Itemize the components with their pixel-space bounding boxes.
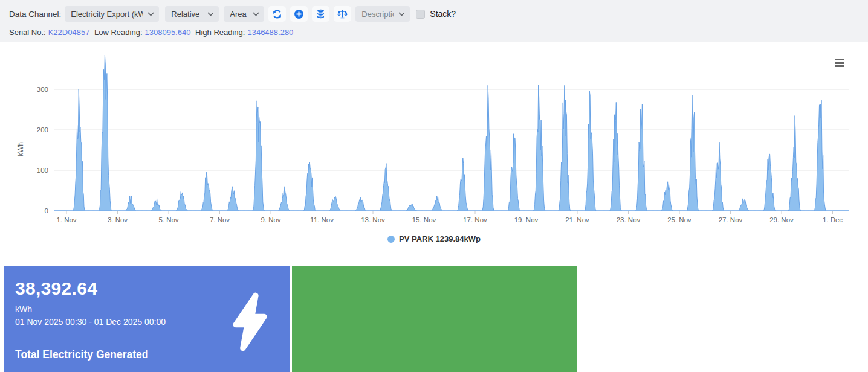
y-axis-title: kWh (16, 142, 25, 156)
hamburger-menu-icon (835, 59, 844, 67)
database-icon (316, 9, 325, 19)
refresh-icon (272, 9, 282, 19)
secondary-kpi-card (292, 266, 577, 372)
x-axis-tick-label: 27. Nov (719, 216, 743, 223)
legend-marker-icon (387, 236, 395, 243)
stack-checkbox[interactable] (416, 10, 425, 19)
x-axis-tick-label: 23. Nov (617, 216, 641, 223)
x-axis-tick-label: 19. Nov (514, 216, 539, 223)
x-axis-tick-label: 15. Nov (412, 216, 436, 223)
low-reading-value[interactable]: 1308095.640 (145, 28, 191, 37)
toolbar: Data Channel: Electricity Export (kWh) R… (0, 0, 868, 42)
database-button[interactable] (312, 6, 329, 22)
add-button[interactable] (290, 6, 308, 22)
high-reading-value[interactable]: 1346488.280 (247, 28, 293, 37)
chart-type-selected-value: Area (230, 10, 246, 19)
chart-type-select[interactable]: Area (224, 6, 264, 22)
x-axis-tick-label: 3. Nov (108, 216, 128, 223)
chevron-down-icon (253, 12, 259, 16)
scale-icon (337, 9, 348, 19)
chevron-down-icon (207, 12, 214, 16)
high-reading-label: High Reading: (195, 28, 245, 37)
meter-meta-row: Serial No.:K22D04857 Low Reading:1308095… (9, 28, 296, 37)
lightning-bolt-icon (225, 292, 273, 354)
legend-item-pv-park[interactable]: PV PARK 1239.84kWp (0, 234, 868, 243)
data-channel-label: Data Channel: (9, 10, 61, 19)
stack-checkbox-label: Stack? (430, 9, 456, 19)
serial-value-link[interactable]: K22D04857 (48, 28, 90, 37)
x-axis-tick-label: 9. Nov (261, 216, 280, 223)
x-axis-tick-label: 1. Dec (823, 216, 843, 223)
serial-label: Serial No.: (9, 28, 46, 37)
x-axis-tick-label: 1. Nov (56, 216, 76, 223)
y-axis-tick-label: 200 (37, 126, 48, 133)
aggregation-selected-value: Relative (171, 10, 199, 19)
y-axis-tick-label: 300 (37, 86, 48, 93)
y-axis-tick-label: 0 (45, 207, 48, 214)
chart-context-menu-button[interactable] (835, 59, 844, 69)
description-select[interactable]: Description (355, 6, 410, 22)
pv-generation-chart: 0100200300kWh1. Nov3. Nov5. Nov7. Nov9. … (0, 45, 868, 251)
scale-button[interactable] (334, 6, 351, 22)
data-channel-select[interactable]: Electricity Export (kWh) (65, 6, 159, 22)
total-electricity-generated-card: 38,392.64 kWh 01 Nov 2025 00:30 - 01 Dec… (4, 266, 290, 372)
x-axis-tick-label: 11. Nov (310, 216, 334, 223)
toolbar-controls: Data Channel: Electricity Export (kWh) R… (9, 6, 456, 22)
y-axis-tick-label: 100 (37, 167, 48, 174)
low-reading-label: Low Reading: (94, 28, 143, 37)
refresh-button[interactable] (268, 6, 286, 22)
chevron-down-icon (147, 12, 154, 16)
chevron-down-icon (398, 12, 405, 16)
x-axis-tick-label: 5. Nov (158, 216, 178, 223)
x-axis-tick-label: 17. Nov (463, 216, 487, 223)
add-circle-icon (294, 9, 304, 19)
description-selected-value: Description (361, 10, 394, 19)
x-axis-tick-label: 29. Nov (769, 216, 794, 223)
legend-label: PV PARK 1239.84kWp (399, 234, 481, 243)
pv-park-area-series[interactable] (54, 55, 849, 211)
aggregation-select[interactable]: Relative (165, 6, 219, 22)
x-axis-tick-label: 7. Nov (210, 216, 230, 223)
x-axis-tick-label: 25. Nov (667, 216, 691, 223)
x-axis-tick-label: 13. Nov (361, 216, 385, 223)
generated-card-title: Total Electricity Generated (15, 348, 148, 361)
data-channel-selected-value: Electricity Export (kWh) (71, 10, 143, 19)
x-axis-tick-label: 21. Nov (565, 216, 589, 223)
area-chart-plot: 0100200300kWh1. Nov3. Nov5. Nov7. Nov9. … (0, 45, 868, 226)
